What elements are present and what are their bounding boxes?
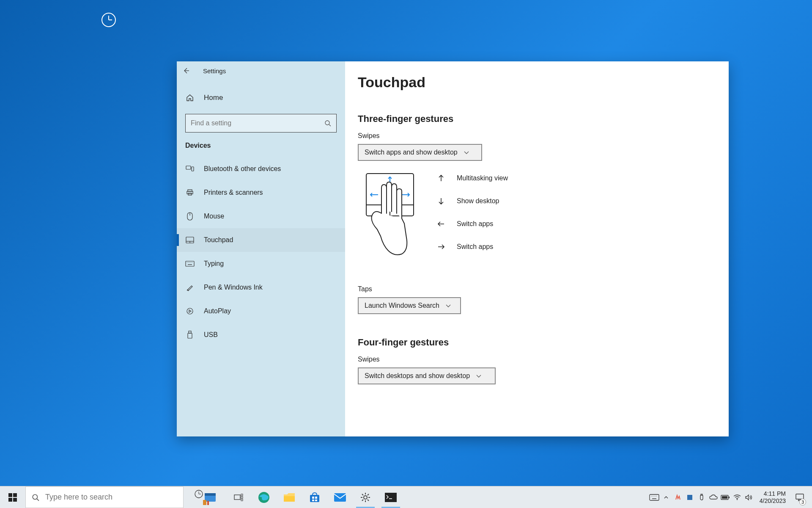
edge-icon[interactable]: [251, 486, 277, 508]
gesture-label: Switch apps: [457, 220, 493, 228]
start-button[interactable]: [0, 486, 25, 508]
window-title: Settings: [203, 67, 226, 75]
tray-overflow-icon[interactable]: [661, 486, 672, 508]
action-center-button[interactable]: 3: [791, 486, 809, 508]
svg-rect-49: [334, 493, 346, 502]
sidebar-item-autoplay[interactable]: AutoPlay: [177, 299, 345, 323]
search-field[interactable]: [191, 119, 324, 127]
taskbar-search[interactable]: [25, 486, 184, 508]
svg-rect-41: [241, 499, 243, 501]
usb-icon: [185, 331, 195, 339]
taskbar-clock[interactable]: 4:11 PM 4/20/2023: [755, 490, 790, 505]
three-finger-heading: Three-finger gestures: [358, 113, 716, 124]
gesture-label: Multitasking view: [457, 174, 508, 182]
taskbar: 4:11 PM 4/20/2023 3: [0, 486, 812, 508]
svg-rect-64: [729, 497, 730, 498]
sidebar-item-touchpad[interactable]: Touchpad: [177, 228, 345, 252]
recycle-bin-icon[interactable]: [102, 13, 116, 27]
home-icon: [185, 94, 195, 102]
svg-rect-28: [8, 498, 12, 502]
svg-rect-67: [796, 494, 804, 499]
search-input[interactable]: [185, 114, 337, 133]
svg-rect-3: [188, 190, 192, 191]
sidebar-home-label: Home: [204, 94, 223, 102]
sidebar-item-label: Typing: [204, 260, 224, 268]
chevron-down-icon: [464, 149, 469, 155]
gesture-left: Switch apps: [437, 220, 508, 228]
tray-volume-icon[interactable]: [743, 486, 754, 508]
news-widget[interactable]: [184, 486, 226, 508]
terminal-icon[interactable]: [378, 486, 403, 508]
three-swipes-dropdown[interactable]: Switch apps and show desktop: [358, 144, 482, 161]
sidebar-item-typing[interactable]: Typing: [177, 252, 345, 276]
svg-point-66: [737, 499, 738, 500]
store-icon[interactable]: [302, 486, 327, 508]
gesture-down: Show desktop: [437, 197, 508, 205]
task-view-button[interactable]: [226, 486, 251, 508]
tray-battery-icon[interactable]: [720, 486, 731, 508]
arrow-up-icon: [437, 174, 445, 182]
keyboard-icon: [185, 261, 195, 267]
swipes4-label: Swipes: [358, 356, 716, 363]
svg-rect-40: [241, 497, 243, 498]
printer-icon: [185, 189, 195, 196]
titlebar: Settings: [177, 61, 345, 80]
gesture-up: Multitasking view: [437, 174, 508, 182]
sidebar-item-usb[interactable]: USB: [177, 323, 345, 347]
svg-rect-51: [385, 493, 397, 502]
three-taps-dropdown[interactable]: Launch Windows Search: [358, 297, 461, 314]
dropdown-value: Launch Windows Search: [365, 302, 439, 309]
svg-rect-19: [189, 331, 191, 333]
svg-rect-11: [186, 261, 194, 266]
system-tray: 4:11 PM 4/20/2023 3: [649, 486, 812, 508]
sidebar-item-label: Printers & scanners: [204, 189, 263, 196]
sidebar-item-label: Touchpad: [204, 236, 233, 244]
sidebar-item-label: Mouse: [204, 213, 224, 220]
chevron-down-icon: [476, 373, 482, 379]
sidebar-item-label: AutoPlay: [204, 307, 231, 315]
dropdown-value: Switch desktops and show desktop: [365, 372, 470, 380]
sidebar-item-printers[interactable]: Printers & scanners: [177, 181, 345, 204]
mail-icon[interactable]: [327, 486, 353, 508]
sidebar-home[interactable]: Home: [177, 86, 345, 110]
sidebar-item-bluetooth[interactable]: Bluetooth & other devices: [177, 157, 345, 181]
svg-rect-53: [650, 494, 659, 500]
four-swipes-dropdown[interactable]: Switch desktops and show desktop: [358, 367, 496, 384]
file-explorer-icon[interactable]: [277, 486, 302, 508]
autoplay-icon: [185, 307, 195, 315]
svg-rect-60: [687, 495, 692, 500]
taskbar-apps: [251, 486, 403, 508]
settings-sidebar: Settings Home Devices Bluetooth & other …: [177, 61, 345, 436]
svg-rect-39: [241, 494, 243, 496]
svg-rect-47: [312, 500, 314, 501]
gesture-label: Switch apps: [457, 243, 493, 251]
search-icon: [324, 120, 331, 127]
settings-taskbar-icon[interactable]: [353, 486, 378, 508]
tray-bluetooth-icon[interactable]: [696, 486, 707, 508]
chevron-down-icon: [445, 303, 451, 309]
tray-app1-icon[interactable]: [672, 486, 683, 508]
tray-onedrive-icon[interactable]: [708, 486, 719, 508]
svg-rect-48: [315, 500, 317, 501]
svg-rect-4: [187, 191, 193, 194]
sidebar-item-label: Pen & Windows Ink: [204, 284, 263, 291]
svg-rect-36: [203, 500, 206, 505]
sidebar-item-mouse[interactable]: Mouse: [177, 204, 345, 228]
tray-wifi-icon[interactable]: [732, 486, 743, 508]
svg-rect-46: [315, 497, 317, 499]
svg-rect-27: [13, 493, 17, 497]
dropdown-value: Switch apps and show desktop: [365, 149, 458, 156]
tray-app2-icon[interactable]: [684, 486, 695, 508]
search-icon: [32, 494, 39, 501]
back-button[interactable]: [177, 61, 195, 80]
tray-keyboard-icon[interactable]: [649, 486, 660, 508]
svg-point-0: [325, 121, 329, 125]
clock-time: 4:11 PM: [764, 490, 786, 497]
clock-date: 4/20/2023: [760, 497, 786, 505]
taskbar-search-field[interactable]: [45, 493, 177, 502]
svg-point-18: [187, 308, 193, 314]
gesture-right: Switch apps: [437, 243, 508, 251]
devices-icon: [185, 166, 195, 172]
svg-rect-44: [310, 495, 319, 502]
sidebar-item-pen[interactable]: Pen & Windows Ink: [177, 276, 345, 299]
